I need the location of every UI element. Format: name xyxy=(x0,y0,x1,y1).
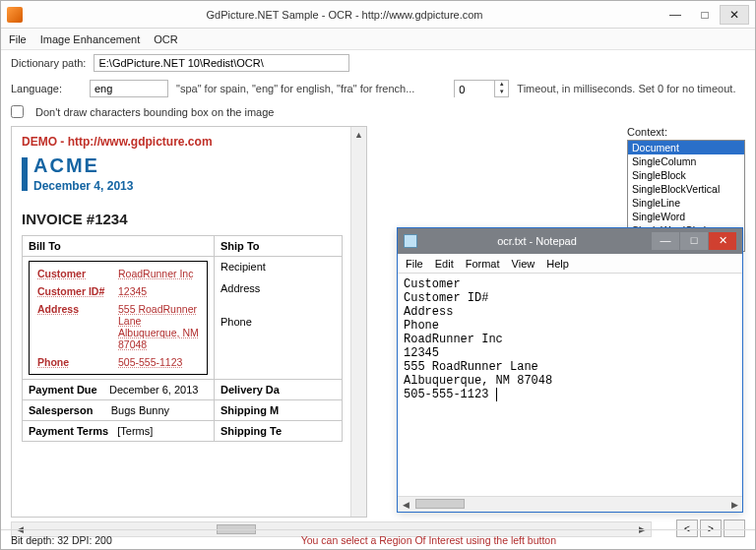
notepad-maximize-button[interactable]: □ xyxy=(680,232,708,250)
vertical-scrollbar[interactable]: ▲ xyxy=(350,127,366,517)
menu-file[interactable]: File xyxy=(9,33,27,45)
shipto-address-label: Address xyxy=(220,282,336,294)
dictionary-row: Dictionary path: xyxy=(1,50,755,76)
roi-phone-label: Phone xyxy=(35,354,114,370)
acme-bar-icon xyxy=(22,157,28,191)
menu-image-enhancement[interactable]: Image Enhancement xyxy=(40,33,141,45)
context-item-singleword[interactable]: SingleWord xyxy=(628,210,744,223)
notepad-textarea[interactable]: Customer Customer ID# Address Phone Road… xyxy=(398,274,742,496)
invoice-table: Bill To Ship To CustomerRoadRunner Inc C… xyxy=(22,235,343,442)
company-name: ACME xyxy=(33,154,133,177)
timeout-input[interactable] xyxy=(455,81,494,98)
context-item-singlecolumn[interactable]: SingleColumn xyxy=(628,154,744,168)
shipto-header: Ship To xyxy=(215,236,343,257)
context-item-document[interactable]: Document xyxy=(628,141,744,154)
payment-due-cell: Payment Due December 6, 2013 xyxy=(23,380,215,400)
shipping-terms-cell: Shipping Te xyxy=(215,421,343,442)
notepad-titlebar[interactable]: ocr.txt - Notepad — □ ✕ xyxy=(398,228,742,254)
notepad-menu-view[interactable]: View xyxy=(512,258,536,270)
demo-watermark: DEMO - http://www.gdpicture.com xyxy=(22,135,343,149)
scroll-up-icon[interactable]: ▲ xyxy=(351,127,366,143)
notepad-menubar: File Edit Format View Help xyxy=(398,254,742,274)
spinner-down-icon[interactable]: ▼ xyxy=(494,89,508,96)
salesperson-cell: Salesperson Bugs Bunny xyxy=(23,400,215,421)
roi-customer-value: RoadRunner Inc xyxy=(116,266,201,281)
notepad-scroll-left-icon[interactable]: ◀ xyxy=(398,497,413,512)
notepad-menu-file[interactable]: File xyxy=(406,258,423,270)
roi-custid-label: Customer ID# xyxy=(35,283,114,299)
language-input[interactable] xyxy=(90,80,168,97)
no-bbox-label: Don't draw characters bounding box on th… xyxy=(35,106,274,118)
titlebar: GdPicture.NET Sample - OCR - http://www.… xyxy=(1,1,755,29)
notepad-scroll-thumb[interactable] xyxy=(415,499,465,509)
roi-custid-value: 12345 xyxy=(116,283,201,299)
notepad-menu-format[interactable]: Format xyxy=(466,258,500,270)
billto-header: Bill To xyxy=(23,236,215,257)
language-row: Language: "spa" for spain, "eng" for eng… xyxy=(1,76,755,101)
notepad-title: ocr.txt - Notepad xyxy=(423,235,651,247)
bitdepth-dpi: Bit depth: 32 DPI: 200 xyxy=(11,534,112,546)
delivery-date-cell: Delivery Da xyxy=(215,380,343,400)
app-icon xyxy=(7,7,23,23)
ocr-roi-box[interactable]: CustomerRoadRunner Inc Customer ID#12345… xyxy=(29,261,208,375)
no-bbox-checkbox[interactable] xyxy=(11,105,24,118)
window-title: GdPicture.NET Sample - OCR - http://www.… xyxy=(29,9,661,21)
minimize-button[interactable]: — xyxy=(661,5,690,25)
spinner-up-icon[interactable]: ▲ xyxy=(494,81,508,89)
recipient-label: Recipient xyxy=(220,261,336,273)
notepad-menu-edit[interactable]: Edit xyxy=(435,258,454,270)
document-page: DEMO - http://www.gdpicture.com ACME Dec… xyxy=(12,127,352,450)
roi-phone-value: 505-555-1123 xyxy=(116,354,201,370)
timeout-spinner[interactable]: ▲ ▼ xyxy=(454,80,509,97)
notepad-icon xyxy=(404,234,417,248)
shipping-method-cell: Shipping M xyxy=(215,400,343,421)
document-viewer[interactable]: ▲ DEMO - http://www.gdpicture.com ACME D… xyxy=(11,126,367,518)
maximize-button[interactable]: □ xyxy=(690,5,720,25)
shipto-cell: Recipient Address Phone xyxy=(215,257,343,380)
menu-ocr[interactable]: OCR xyxy=(154,33,177,45)
status-bar: Bit depth: 32 DPI: 200 You can select a … xyxy=(1,529,755,549)
notepad-menu-help[interactable]: Help xyxy=(546,258,569,270)
dictionary-path-input[interactable] xyxy=(94,54,349,72)
language-hint: "spa" for spain, "eng" for english, "fra… xyxy=(176,83,414,94)
context-item-singleline[interactable]: SingleLine xyxy=(628,196,744,210)
notepad-window[interactable]: ocr.txt - Notepad — □ ✕ File Edit Format… xyxy=(397,227,743,513)
document-date: December 4, 2013 xyxy=(33,179,133,193)
notepad-close-button[interactable]: ✕ xyxy=(709,232,736,250)
context-item-singleblockvertical[interactable]: SingleBlockVertical xyxy=(628,182,744,196)
roi-hint: You can select a Region Of Interest usin… xyxy=(112,534,745,546)
notepad-minimize-button[interactable]: — xyxy=(652,232,679,250)
context-item-singleblock[interactable]: SingleBlock xyxy=(628,168,744,182)
notepad-scroll-right-icon[interactable]: ▶ xyxy=(726,497,742,512)
bbox-row: Don't draw characters bounding box on th… xyxy=(1,101,755,122)
shipto-phone-label: Phone xyxy=(220,316,336,328)
roi-address-value: 555 RoadRunner LaneAlbuquerque, NM 87048 xyxy=(116,301,201,352)
roi-customer-label: Customer xyxy=(35,266,114,281)
invoice-heading: INVOICE #1234 xyxy=(22,211,343,227)
language-label: Language: xyxy=(11,83,62,94)
notepad-horizontal-scrollbar[interactable]: ◀ ▶ xyxy=(398,496,742,512)
context-label: Context: xyxy=(627,126,745,138)
dictionary-label: Dictionary path: xyxy=(11,57,86,69)
close-button[interactable]: ✕ xyxy=(720,5,749,25)
menubar: File Image Enhancement OCR xyxy=(1,29,755,50)
payment-terms-cell: Payment Terms [Terms] xyxy=(23,421,215,442)
roi-address-label: Address xyxy=(35,301,114,352)
timeout-hint: Timeout, in milliseconds. Set 0 for no t… xyxy=(517,83,735,94)
